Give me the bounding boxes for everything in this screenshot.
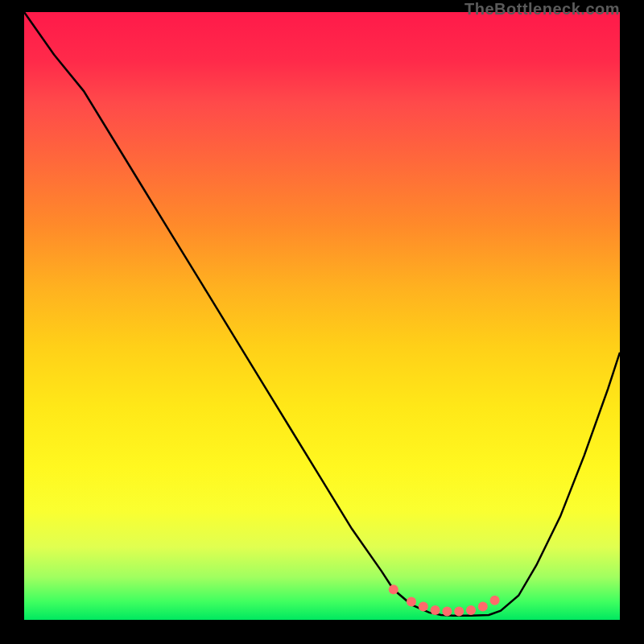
trough-marker [442, 606, 452, 616]
chart-container: TheBottleneck.com [0, 0, 644, 644]
plot-svg [24, 12, 620, 620]
trough-marker [431, 605, 440, 615]
trough-marker [466, 605, 476, 615]
trough-marker [419, 601, 428, 611]
trough-marker [490, 596, 500, 605]
main-curve [24, 12, 620, 616]
trough-marker [454, 606, 464, 616]
trough-marker [407, 597, 416, 606]
trough-marker [478, 601, 488, 611]
trough-marker [389, 584, 398, 594]
watermark-text: TheBottleneck.com [464, 0, 620, 19]
